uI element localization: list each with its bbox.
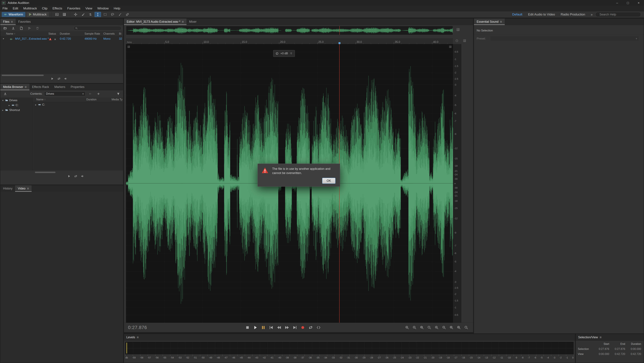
workspace-default[interactable]: Default	[510, 12, 525, 17]
media-filter-button[interactable]	[115, 91, 122, 96]
delete-file-button[interactable]	[34, 26, 41, 31]
timeline-ruler[interactable]: hms 5.010.015.020.025.030.035.040.0	[126, 38, 453, 44]
selection-view-menu-icon[interactable]: ≡	[600, 335, 602, 339]
fast-forward-button[interactable]	[284, 324, 290, 331]
new-file-button[interactable]	[18, 26, 24, 31]
editor-display-options-icon[interactable]	[456, 28, 460, 31]
maximize-button[interactable]: □	[622, 0, 633, 6]
tab-video-menu-icon[interactable]: ≡	[27, 187, 29, 190]
multitrack-view-button[interactable]: Multitrack	[26, 12, 49, 17]
menu-window[interactable]: Window	[95, 6, 111, 11]
ruler-playhead-handle[interactable]	[338, 42, 340, 44]
file-close-icon[interactable]	[54, 38, 56, 41]
tree-item-drives[interactable]: ▾Drives	[0, 98, 32, 103]
menu-help[interactable]: Help	[111, 6, 123, 11]
pin-icon[interactable]	[290, 52, 292, 55]
media-import-button[interactable]	[2, 91, 8, 96]
zoom-reset-button[interactable]	[426, 325, 432, 330]
tab-essential-sound[interactable]: Essential Sound ≡	[474, 19, 505, 25]
preview-autoplay-button[interactable]	[81, 175, 84, 178]
spectral-frequency-toggle[interactable]	[54, 12, 60, 17]
menu-effects[interactable]: Effects	[50, 6, 65, 11]
tab-mixer[interactable]: Mixer	[186, 19, 199, 25]
preview-play-button[interactable]	[51, 77, 54, 80]
zoom-selection-in-point-button[interactable]	[448, 325, 455, 330]
skip-selection-button[interactable]	[315, 324, 322, 331]
overview-canvas[interactable]	[126, 26, 453, 35]
files-column-name[interactable]: Name ↑	[6, 32, 15, 35]
view-duration[interactable]: 0:42.720	[626, 352, 642, 355]
tab-files[interactable]: Files≡	[0, 19, 16, 25]
tab-media-browser[interactable]: Media Browser≡	[0, 84, 30, 90]
close-button[interactable]: ×	[633, 0, 644, 6]
menu-edit[interactable]: Edit	[10, 6, 21, 11]
zoom-full-button[interactable]	[463, 325, 470, 330]
clock-icon[interactable]	[455, 39, 458, 42]
files-search-box[interactable]	[74, 26, 122, 31]
menu-file[interactable]: File	[0, 6, 10, 11]
tree-item-c[interactable]: ▸C:	[0, 103, 32, 108]
tab-properties[interactable]: Properties	[68, 84, 87, 90]
menu-view[interactable]: View	[83, 6, 95, 11]
tab-media-browser-menu-icon[interactable]: ≡	[25, 85, 27, 89]
preview-loop-button[interactable]	[58, 77, 60, 80]
preview-autoplay-button[interactable]	[64, 77, 67, 80]
tab-editor[interactable]: Editor: MVI_3173 Audio Extracted.wav * ≡	[124, 19, 186, 25]
essential-sound-menu-icon[interactable]: ≡	[500, 20, 502, 24]
hud-gain-value[interactable]: +0 dB	[280, 52, 288, 55]
loop-playback-button[interactable]	[307, 324, 314, 331]
files-column-status[interactable]: Status	[48, 32, 56, 35]
channel-selector-right-icon[interactable]	[449, 45, 452, 48]
insert-into-multitrack-button[interactable]	[26, 26, 32, 31]
chevron-right-icon[interactable]: ▸	[2, 109, 4, 112]
tab-markers[interactable]: Markers	[52, 84, 68, 90]
media-list-row[interactable]: ▸ C:	[32, 102, 123, 107]
workspace-radio-production[interactable]: Radio Production	[558, 12, 588, 17]
tab-files-menu-icon[interactable]: ≡	[11, 20, 13, 24]
skip-to-start-button[interactable]	[268, 324, 274, 331]
tab-effects-rack[interactable]: Effects Rack	[30, 84, 52, 90]
preview-loop-button[interactable]	[74, 175, 77, 178]
selection-end[interactable]: 0:27.876	[610, 347, 626, 350]
media-column-name[interactable]: Name ↑	[36, 98, 46, 101]
import-file-button[interactable]	[10, 26, 16, 31]
menu-favorites[interactable]: Favorites	[65, 6, 83, 11]
spot-healing-brush-tool[interactable]	[124, 12, 130, 17]
zoom-to-selection-button[interactable]	[419, 325, 425, 330]
files-column-bi[interactable]: Bi	[119, 32, 121, 35]
help-search-box[interactable]	[595, 12, 641, 17]
razor-tool[interactable]	[80, 12, 86, 17]
menu-clip[interactable]: Clip	[40, 6, 50, 11]
workspace-overflow-button[interactable]: »	[589, 13, 594, 17]
pause-button[interactable]	[260, 324, 267, 331]
current-time-display[interactable]: 0:27.876	[128, 325, 147, 330]
editor-panel-menu-icon[interactable]: ≡	[182, 20, 184, 24]
tab-history[interactable]: History	[0, 185, 15, 192]
media-column-duration[interactable]: Duration	[86, 98, 96, 101]
media-column-media-ty[interactable]: Media Ty	[112, 98, 122, 101]
skip-to-end-button[interactable]	[292, 324, 298, 331]
zoom-in-amplitude-button[interactable]	[434, 325, 440, 330]
row-expand-chevron-icon[interactable]: ▸	[3, 37, 4, 40]
selection-duration[interactable]: 0:00.000	[626, 347, 642, 350]
time-selection-tool[interactable]	[94, 12, 101, 17]
zoom-out-amplitude-button[interactable]	[441, 325, 447, 330]
chevron-right-icon[interactable]: ▸	[34, 103, 37, 106]
paintbrush-tool[interactable]	[117, 12, 123, 17]
chevron-down-icon[interactable]: ▾	[2, 99, 4, 102]
amplitude-db-ruler[interactable]: -0.5-0.5-1-1-1.5-1.5-2-2-2.5-2.5-3-3-4-4…	[453, 44, 461, 323]
view-end[interactable]: 0:42.720	[610, 352, 626, 355]
zoom-selection-out-point-button[interactable]	[456, 325, 462, 330]
file-name[interactable]: MVI_317...Extracted.wav *	[15, 37, 49, 41]
files-column-channels[interactable]: Channels	[103, 32, 115, 35]
rewind-button[interactable]	[276, 324, 282, 331]
files-column-sample-rate[interactable]: Sample Rate	[84, 32, 100, 35]
selection-start[interactable]: 0:27.876	[594, 347, 610, 350]
media-horizontal-scrollbar[interactable]	[32, 171, 123, 174]
stop-button[interactable]	[244, 324, 251, 331]
menu-multitrack[interactable]: Multitrack	[21, 6, 39, 11]
spectral-pitch-toggle[interactable]	[61, 12, 68, 17]
waveform-overview[interactable]	[126, 26, 453, 35]
tree-item-shortcut[interactable]: ▸Shortcut	[0, 108, 32, 113]
heads-up-display[interactable]: +0 dB	[273, 50, 295, 57]
